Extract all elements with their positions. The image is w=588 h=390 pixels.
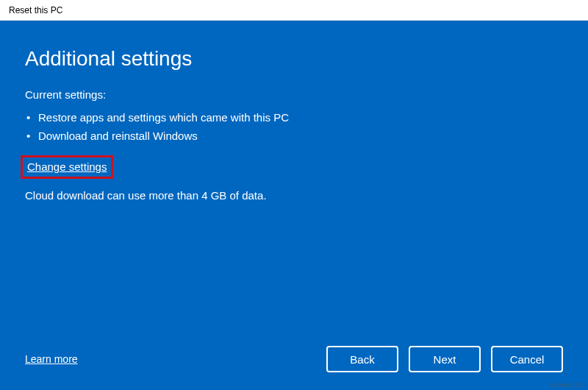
list-item: Restore apps and settings which came wit…: [25, 108, 563, 127]
page-heading: Additional settings: [25, 47, 563, 71]
current-settings-label: Current settings:: [25, 88, 563, 101]
back-button[interactable]: Back: [326, 346, 398, 372]
cancel-button[interactable]: Cancel: [491, 346, 563, 372]
reset-pc-window: Reset this PC Additional settings Curren…: [0, 0, 588, 390]
titlebar: Reset this PC: [0, 0, 588, 21]
cloud-download-info: Cloud download can use more than 4 GB of…: [25, 189, 563, 202]
change-settings-link[interactable]: Change settings: [27, 160, 107, 173]
window-title: Reset this PC: [9, 5, 62, 15]
change-settings-highlight: Change settings: [25, 155, 563, 186]
learn-more-link[interactable]: Learn more: [25, 353, 78, 365]
watermark: wsxdn.com: [551, 381, 584, 389]
settings-bullet-list: Restore apps and settings which came wit…: [25, 108, 563, 145]
change-settings-wrap: Change settings: [21, 155, 113, 179]
next-button[interactable]: Next: [409, 346, 481, 372]
button-row: Back Next Cancel: [326, 346, 563, 372]
list-item: Download and reinstall Windows: [25, 127, 563, 145]
footer: Learn more Back Next Cancel: [25, 338, 563, 372]
content-area: Additional settings Current settings: Re…: [0, 21, 588, 390]
